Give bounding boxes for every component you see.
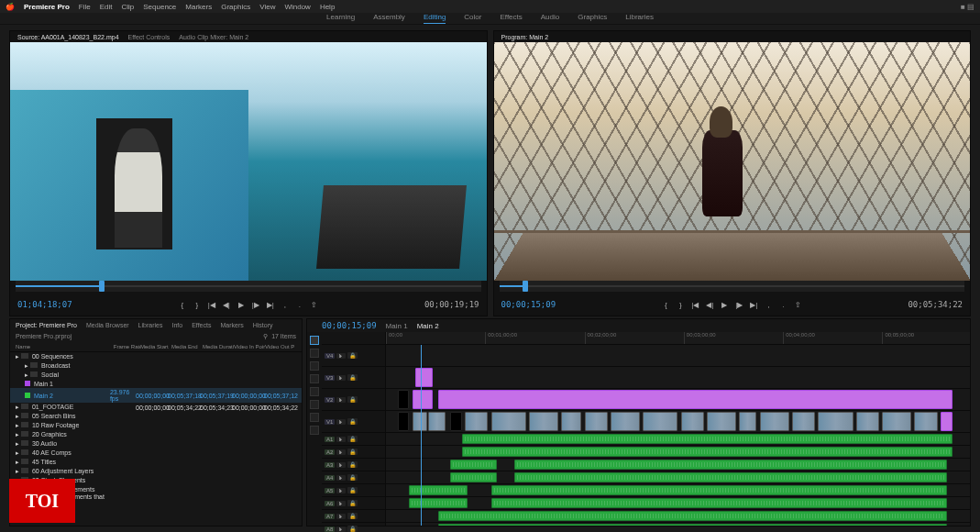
clip[interactable] <box>409 485 468 495</box>
project-tab[interactable]: Effects <box>192 322 211 328</box>
insert-button[interactable]: , <box>281 300 290 309</box>
clip[interactable] <box>739 412 756 431</box>
menu-edit[interactable]: Edit <box>100 3 113 11</box>
export-button[interactable]: ⇪ <box>310 300 319 309</box>
clip[interactable] <box>413 412 427 431</box>
track-header-a7[interactable]: A7⏵🔒 <box>322 510 385 523</box>
go-to-in-button[interactable]: |◀ <box>690 300 699 309</box>
track-header-a5[interactable]: A5⏵🔒 <box>322 484 385 497</box>
track-header-v2[interactable]: V2⏵🔒 <box>322 389 385 411</box>
menu-markers[interactable]: Markers <box>185 3 212 11</box>
clip[interactable] <box>450 412 462 431</box>
project-tab[interactable]: Project: Premiere Pro <box>16 322 77 328</box>
menu-file[interactable]: File <box>79 3 91 11</box>
timeline-ruler[interactable]: 00;0000;01;00;0000;02;00;0000;03;00;0000… <box>386 332 970 345</box>
sequence-tab[interactable]: Main 2 <box>417 322 439 330</box>
clip[interactable] <box>491 485 947 495</box>
project-row[interactable]: ▸ 05 Search Bins <box>10 412 302 421</box>
column-header[interactable]: Media Duratio <box>203 344 234 349</box>
play-button[interactable]: ▶ <box>720 300 729 309</box>
selection-tool[interactable] <box>310 336 319 345</box>
clip[interactable] <box>398 412 410 431</box>
export-button[interactable]: ⇪ <box>793 300 802 309</box>
track-row[interactable] <box>386 367 970 389</box>
overwrite-button[interactable]: . <box>295 300 304 309</box>
track-row[interactable] <box>386 510 970 523</box>
go-to-in-button[interactable]: |◀ <box>207 300 216 309</box>
workspace-audio[interactable]: Audio <box>541 13 559 24</box>
track-row[interactable] <box>386 446 970 459</box>
apple-icon[interactable]: 🍎 <box>6 3 15 11</box>
clip[interactable] <box>465 412 488 431</box>
workspace-color[interactable]: Color <box>464 13 481 24</box>
menu-sequence[interactable]: Sequence <box>143 3 176 11</box>
project-row[interactable]: ▸ 00 Sequences <box>10 352 302 361</box>
clip[interactable] <box>529 412 558 431</box>
clip[interactable] <box>415 368 433 387</box>
timeline-playhead[interactable] <box>421 345 422 526</box>
project-row[interactable]: ▸ Broadcast <box>10 361 302 371</box>
clip[interactable] <box>514 472 946 482</box>
source-scrubber[interactable] <box>16 281 481 292</box>
track-row[interactable] <box>386 459 970 471</box>
project-row[interactable]: ▸ 40 AE Comps <box>10 449 302 458</box>
clip[interactable] <box>428 412 446 431</box>
column-header[interactable]: Video In Point <box>234 344 265 349</box>
menu-view[interactable]: View <box>259 3 275 11</box>
slip-tool[interactable] <box>310 387 319 396</box>
sequence-tab[interactable]: Main 1 <box>386 322 408 330</box>
workspace-libraries[interactable]: Libraries <box>625 13 654 24</box>
track-row[interactable] <box>386 523 970 526</box>
menu-window[interactable]: Window <box>284 3 310 11</box>
tab[interactable]: Program: Main 2 <box>501 34 549 40</box>
program-timecode-in[interactable]: 00;00;15;09 <box>501 300 556 309</box>
track-header-a1[interactable]: A1⏵🔒 <box>322 433 385 446</box>
program-monitor-view[interactable] <box>494 42 971 281</box>
clip[interactable] <box>585 412 608 431</box>
pen-tool[interactable] <box>310 400 319 409</box>
project-row[interactable]: ▸ 30 Audio <box>10 439 302 449</box>
project-row[interactable]: ▸ 60 Adjustment Layers <box>10 467 302 476</box>
clip[interactable] <box>462 447 952 457</box>
project-row[interactable]: ▸ 20 Graphics <box>10 430 302 439</box>
track-header-v4[interactable]: V4⏵🔒 <box>322 345 385 367</box>
ripple-tool[interactable] <box>310 361 319 371</box>
project-tab[interactable]: Info <box>171 322 182 328</box>
clip[interactable] <box>611 412 640 431</box>
clip[interactable] <box>941 412 952 431</box>
go-to-out-button[interactable]: ▶| <box>749 300 758 309</box>
project-tab[interactable]: Media Browser <box>86 322 129 328</box>
track-header-a2[interactable]: A2⏵🔒 <box>322 446 385 459</box>
track-header-v1[interactable]: V1⏵🔒 <box>322 411 385 433</box>
track-header-a3[interactable]: A3⏵🔒 <box>322 459 385 471</box>
menu-help[interactable]: Help <box>320 3 335 11</box>
tab[interactable]: Audio Clip Mixer: Main 2 <box>179 34 248 40</box>
track-header-a4[interactable]: A4⏵🔒 <box>322 471 385 484</box>
column-header[interactable]: Name <box>16 344 114 349</box>
program-scrubber[interactable] <box>500 281 965 292</box>
overwrite-button[interactable]: . <box>778 300 787 309</box>
clip[interactable] <box>398 390 410 409</box>
track-row[interactable] <box>386 433 970 446</box>
clip[interactable] <box>760 412 789 431</box>
workspace-assembly[interactable]: Assembly <box>373 13 405 24</box>
tab[interactable]: Effect Controls <box>128 34 171 40</box>
column-header[interactable]: Frame Rate <box>114 344 140 349</box>
clip[interactable] <box>491 412 526 431</box>
track-row[interactable] <box>386 497 970 510</box>
clip[interactable] <box>462 434 952 444</box>
insert-button[interactable]: , <box>764 300 773 309</box>
clip[interactable] <box>450 472 497 482</box>
track-header-v3[interactable]: V3⏵🔒 <box>322 367 385 389</box>
clip[interactable] <box>514 460 946 470</box>
mark-out-button[interactable]: } <box>193 300 202 309</box>
column-header[interactable]: Media Start <box>140 344 171 349</box>
clip[interactable] <box>643 412 677 431</box>
menu-clip[interactable]: Clip <box>122 3 135 11</box>
source-timecode-in[interactable]: 01;04;18;07 <box>17 300 72 309</box>
clip[interactable] <box>450 460 497 470</box>
mark-out-button[interactable]: } <box>676 300 685 309</box>
track-header-a6[interactable]: A6⏵🔒 <box>322 497 385 510</box>
project-row[interactable]: ▸ 45 Titles <box>10 458 302 467</box>
track-row[interactable] <box>386 484 970 497</box>
